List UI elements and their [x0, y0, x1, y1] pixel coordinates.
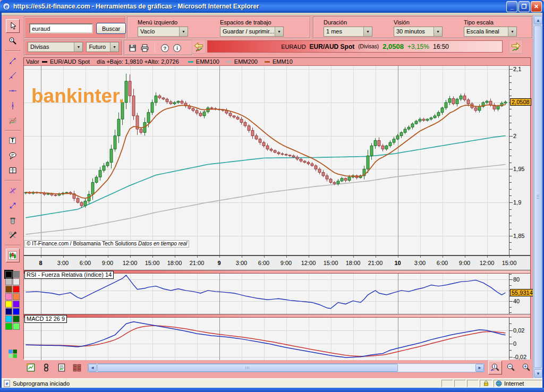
time-tick — [130, 256, 131, 258]
menu-left-select[interactable]: Vacío ▼ — [138, 27, 188, 37]
time-label: 6:00 — [80, 260, 91, 266]
print-icon[interactable] — [140, 44, 149, 53]
time-tick — [509, 256, 510, 258]
pointer-tool-icon[interactable] — [6, 19, 20, 33]
copyright-note: © IT-Finance.com / Bolsamania Tech Solut… — [24, 240, 189, 248]
chevron-down-icon[interactable]: ▼ — [275, 27, 283, 36]
scroll-up-arrow[interactable]: ▲ — [534, 16, 542, 24]
new-chart-icon[interactable] — [24, 361, 38, 374]
data-blocks-icon[interactable] — [70, 361, 84, 374]
candlestick-chart-icon[interactable] — [6, 249, 20, 262]
palette-color[interactable] — [13, 301, 20, 308]
palette-color[interactable] — [13, 293, 20, 300]
instrument-select[interactable]: Futuro ▼ — [86, 42, 119, 52]
trendline-tool-icon[interactable] — [6, 54, 20, 68]
scroll-down-arrow[interactable]: ▼ — [534, 369, 542, 378]
horizontal-scroll-thumb[interactable] — [97, 364, 398, 372]
palette-color[interactable] — [13, 278, 20, 285]
search-input[interactable] — [29, 23, 93, 33]
book-tool-icon[interactable] — [6, 164, 20, 177]
horizontal-scrollbar[interactable]: ◄ ► — [88, 363, 484, 372]
time-tick — [420, 256, 421, 258]
erase-line-tool-icon[interactable] — [6, 184, 20, 198]
previous-chart-button[interactable] — [192, 40, 206, 54]
help-icon[interactable]: ? — [160, 44, 169, 53]
toolbar-separator — [5, 245, 21, 246]
legend-emm100-label: EMM100 — [196, 58, 219, 65]
axis-label: 1,95 — [513, 166, 524, 172]
svg-text:i: i — [176, 45, 178, 51]
mosaic-layout-icon[interactable] — [6, 347, 20, 361]
macd-canvas[interactable] — [24, 318, 509, 360]
chevron-down-icon[interactable]: ▼ — [363, 27, 372, 36]
axis-tick — [509, 76, 512, 76]
zoom-tool-icon[interactable] — [6, 34, 20, 48]
palette-color[interactable] — [13, 316, 20, 322]
axis-tick — [509, 123, 512, 123]
time-tick — [175, 256, 175, 258]
back-arrow-chart-icon — [193, 41, 204, 52]
move-tool-icon[interactable] — [6, 199, 20, 212]
palette-color[interactable] — [5, 278, 12, 285]
window-title: https://es5.it-finance.com - Herramienta… — [13, 3, 505, 10]
scroll-left-arrow[interactable]: ◄ — [88, 364, 97, 372]
text-tool-icon[interactable]: T — [6, 134, 20, 148]
next-chart-button[interactable] — [509, 40, 523, 54]
duration-select[interactable]: 1 mes ▼ — [324, 27, 372, 37]
palette-color[interactable] — [5, 286, 12, 293]
palette-color[interactable] — [5, 323, 12, 330]
vision-select[interactable]: 30 minutos ▼ — [394, 27, 443, 37]
info-icon[interactable]: i — [173, 44, 182, 53]
minimize-button[interactable]: _ — [506, 1, 517, 12]
palette-color[interactable] — [5, 271, 12, 278]
report-icon[interactable] — [55, 361, 69, 374]
search-panel: Buscar — [24, 16, 126, 39]
work-area: T Buscar Menú izquierdo — [2, 15, 533, 378]
palette-color[interactable] — [13, 271, 20, 278]
palette-color[interactable] — [5, 316, 12, 322]
zoom-out-icon[interactable] — [504, 361, 517, 374]
trash-tool-icon[interactable] — [6, 214, 20, 227]
vertical-scrollbar[interactable]: ▲ ▼ — [533, 15, 542, 378]
chevron-down-icon[interactable]: ▼ — [434, 27, 442, 36]
fibonacci-tool-icon[interactable] — [6, 114, 20, 127]
chevron-down-icon[interactable]: ▼ — [179, 27, 188, 36]
menu-workspace-panel: Menú izquierdo Vacío ▼ Espacios de traba… — [127, 16, 311, 39]
palette-color[interactable] — [13, 323, 20, 330]
vertical-line-tool-icon[interactable] — [6, 99, 20, 113]
workspaces-select[interactable]: Guardar / suprimir... ▼ — [220, 27, 284, 37]
tools-icon[interactable] — [6, 228, 20, 242]
ray-line-tool-icon[interactable] — [6, 69, 20, 83]
ie-page-icon: e — [4, 380, 11, 387]
palette-color[interactable] — [5, 293, 12, 300]
save-icon[interactable] — [128, 44, 137, 53]
axis-tick — [509, 96, 512, 96]
zoom-fit-icon[interactable] — [488, 361, 502, 374]
time-label: 18:00 — [346, 260, 361, 266]
search-button[interactable]: Buscar — [96, 23, 126, 34]
palette-color[interactable] — [13, 286, 20, 293]
comment-tool-icon[interactable] — [6, 149, 20, 163]
palette-color[interactable] — [5, 308, 12, 315]
scale-type-select[interactable]: Escala lineal ▼ — [464, 27, 517, 37]
link-icon[interactable] — [39, 361, 53, 374]
chevron-down-icon[interactable]: ▼ — [508, 27, 516, 36]
ie-logo-icon: e — [2, 2, 11, 11]
restore-button[interactable]: ❐ — [518, 1, 530, 12]
chevron-down-icon[interactable]: ▼ — [74, 42, 82, 52]
time-tick — [242, 256, 242, 258]
palette-color[interactable] — [5, 301, 12, 308]
scroll-right-arrow[interactable]: ► — [475, 364, 484, 372]
market-select[interactable]: Divisas ▼ — [28, 42, 83, 52]
horizontal-line-tool-icon[interactable] — [6, 84, 20, 98]
rsi-canvas[interactable] — [24, 274, 509, 314]
palette-color[interactable] — [13, 308, 20, 315]
zoom-in-icon[interactable] — [519, 361, 533, 374]
time-axis: 83:006:009:0012:0015:0018:0021:0093:006:… — [24, 255, 530, 270]
duration-label: Duración — [324, 19, 372, 25]
vertical-scroll-thumb[interactable] — [534, 25, 542, 368]
close-button[interactable]: ✕ — [531, 1, 542, 12]
toolbar-separator — [155, 43, 155, 53]
axis-tick — [509, 350, 512, 351]
chevron-down-icon[interactable]: ▼ — [110, 42, 118, 52]
